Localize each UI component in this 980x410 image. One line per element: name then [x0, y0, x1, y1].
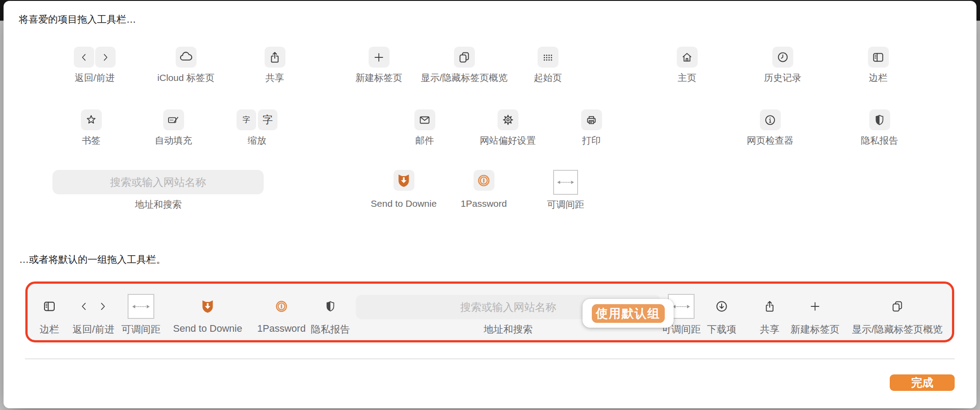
toolbar-item-share[interactable]: [763, 300, 776, 313]
toolbar-item-back[interactable]: [78, 301, 90, 312]
done-button[interactable]: 完成: [890, 374, 955, 391]
favorite-item-mail[interactable]: [414, 109, 435, 130]
item-label: 起始页: [534, 72, 562, 84]
favorite-item-bookmarks[interactable]: [81, 109, 102, 130]
item-label: 边栏: [40, 323, 59, 336]
item-label: 返回/前进: [75, 72, 115, 84]
favorite-item-share[interactable]: [265, 47, 285, 68]
item-label: 邮件: [415, 134, 434, 147]
onepassword-icon: [275, 300, 289, 314]
address-search-field[interactable]: 搜索或输入网站名称: [52, 170, 264, 194]
downloads-icon: [715, 300, 728, 313]
toolbar-item-downloads[interactable]: [715, 300, 728, 313]
toolbar-item-sidebar[interactable]: [42, 299, 56, 314]
favorite-item-onepassword[interactable]: [474, 170, 494, 191]
item-label: 书签: [82, 134, 100, 147]
item-label: 地址和搜索: [484, 323, 533, 336]
favorite-item-icloud-tabs[interactable]: [176, 47, 197, 68]
toolbar-item-tab-overview[interactable]: [891, 300, 904, 313]
favorite-item-autofill[interactable]: [163, 109, 184, 130]
share-icon: [268, 51, 281, 64]
favorite-item-tab-overview[interactable]: [454, 47, 475, 68]
favorites-section-title: 将喜爱的项目拖入工具栏…: [19, 13, 136, 26]
chevron-left-icon: [79, 52, 89, 63]
chevron-right-icon: [100, 52, 111, 63]
tab-overview-icon: [458, 51, 471, 64]
item-label: 新建标签页: [356, 72, 402, 84]
item-label: 新建标签页: [791, 323, 839, 336]
item-label: 显示/隐藏标签页概览: [421, 72, 508, 84]
item-label: 下载项: [707, 323, 736, 336]
toolbar-item-privacy-report[interactable]: [324, 300, 337, 313]
onepassword-icon: [477, 173, 491, 188]
print-icon: [585, 114, 598, 126]
use-default-set-label: 使用默认组: [592, 304, 665, 323]
item-label: 返回/前进: [72, 323, 114, 336]
favorite-item-back[interactable]: [74, 47, 94, 68]
autofill-icon: [167, 114, 180, 126]
downie-icon: [396, 173, 411, 188]
item-label: 共享: [760, 323, 779, 336]
item-label: 边栏: [869, 72, 888, 84]
item-label: 网站偏好设置: [480, 134, 536, 147]
item-label: 隐私报告: [311, 323, 350, 336]
item-label: 主页: [678, 72, 696, 84]
toolbar-item-downie[interactable]: [200, 299, 215, 314]
favorite-item-new-tab[interactable]: [369, 47, 390, 68]
item-label: 1Password: [461, 198, 507, 209]
item-label: 隐私报告: [861, 134, 898, 147]
tab-overview-icon: [891, 300, 904, 313]
website-preferences-icon: [502, 114, 514, 126]
item-label: 自动填充: [155, 134, 192, 147]
favorite-item-flexible-space[interactable]: [553, 170, 578, 195]
toolbar-item-onepassword[interactable]: [275, 300, 289, 314]
favorite-item-print[interactable]: [581, 109, 602, 130]
favorite-item-website-preferences[interactable]: [498, 109, 518, 130]
new-tab-icon: [373, 51, 385, 64]
toolbar-item-flexible-space[interactable]: [128, 294, 154, 319]
favorite-item-privacy-report[interactable]: [869, 109, 890, 130]
mail-icon: [418, 114, 431, 126]
history-icon: [776, 51, 789, 64]
chevron-left-icon: [78, 301, 90, 312]
chevron-right-icon: [97, 301, 108, 312]
favorite-item-downie[interactable]: [394, 170, 414, 191]
toolbar-item-forward[interactable]: [97, 301, 108, 312]
item-label: 打印: [582, 134, 601, 147]
start-page-icon: [542, 52, 554, 63]
item-label: 地址和搜索: [135, 198, 182, 211]
item-label: Send to Downie: [371, 198, 437, 209]
favorite-item-history[interactable]: [772, 47, 793, 68]
privacy-report-icon: [324, 300, 337, 313]
downie-icon: [200, 299, 215, 314]
item-label: 网页检查器: [747, 134, 794, 147]
item-label: 共享: [265, 72, 284, 84]
item-label: 历史记录: [764, 72, 801, 84]
favorite-item-sidebar[interactable]: [868, 47, 889, 68]
item-label: iCloud 标签页: [157, 72, 214, 84]
divider: [25, 358, 955, 359]
item-label: 可调间距: [547, 198, 584, 211]
customize-toolbar-sheet: 将喜爱的项目拖入工具栏… …或者将默认的一组拖入工具栏。 使用默认组 完成 返回…: [0, 0, 980, 410]
small-text-glyph: 字: [243, 115, 250, 125]
web-inspector-icon: [764, 114, 776, 126]
favorite-item-forward[interactable]: [95, 47, 116, 68]
default-set-section-title: …或者将默认的一组拖入工具栏。: [19, 253, 166, 266]
item-label: Send to Downie: [173, 323, 242, 334]
item-label: 缩放: [248, 134, 266, 147]
favorite-item-zoom-out[interactable]: 字: [237, 109, 256, 130]
favorite-item-zoom-in[interactable]: 字: [258, 109, 277, 130]
icloud-tabs-icon: [179, 50, 193, 64]
privacy-report-icon: [873, 114, 886, 126]
sidebar-icon: [872, 51, 885, 64]
favorite-item-start-page[interactable]: [538, 47, 558, 68]
favorite-item-web-inspector[interactable]: [760, 109, 781, 130]
item-label: 1Password: [257, 323, 306, 334]
toolbar-item-new-tab[interactable]: [809, 300, 821, 313]
item-label: 显示/隐藏标签页概览: [852, 323, 943, 336]
bookmarks-icon: [85, 114, 97, 126]
item-label: 可调间距: [121, 323, 161, 336]
favorite-item-home[interactable]: [677, 47, 698, 68]
new-tab-icon: [809, 300, 821, 313]
use-default-set-button[interactable]: 使用默认组: [582, 299, 674, 328]
